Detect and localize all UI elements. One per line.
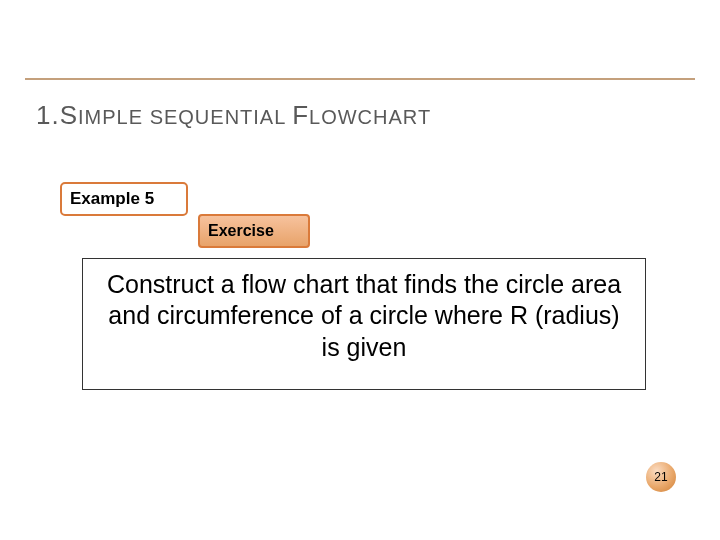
heading-word-lowchart: LOWCHART <box>309 106 431 128</box>
exercise-label-box: Exercise <box>198 214 310 248</box>
slide-page: 1.SIMPLE SEQUENTIAL FLOWCHART Example 5 … <box>0 0 720 540</box>
example-label-box: Example 5 <box>60 182 188 216</box>
heading-word-sequential: SEQUENTIAL <box>150 106 286 128</box>
heading-cap-f: F <box>292 100 309 130</box>
example-label-text: Example 5 <box>70 189 154 209</box>
page-number: 21 <box>654 470 667 484</box>
heading-cap-s: S <box>60 100 78 130</box>
top-accent-line <box>25 78 695 80</box>
body-text: Construct a flow chart that finds the ci… <box>105 269 623 363</box>
exercise-label-text: Exercise <box>208 222 274 240</box>
section-heading: 1.SIMPLE SEQUENTIAL FLOWCHART <box>36 100 431 131</box>
body-text-box: Construct a flow chart that finds the ci… <box>82 258 646 390</box>
heading-word-simple: IMPLE <box>78 106 143 128</box>
page-number-badge: 21 <box>646 462 676 492</box>
heading-number: 1. <box>36 100 60 130</box>
